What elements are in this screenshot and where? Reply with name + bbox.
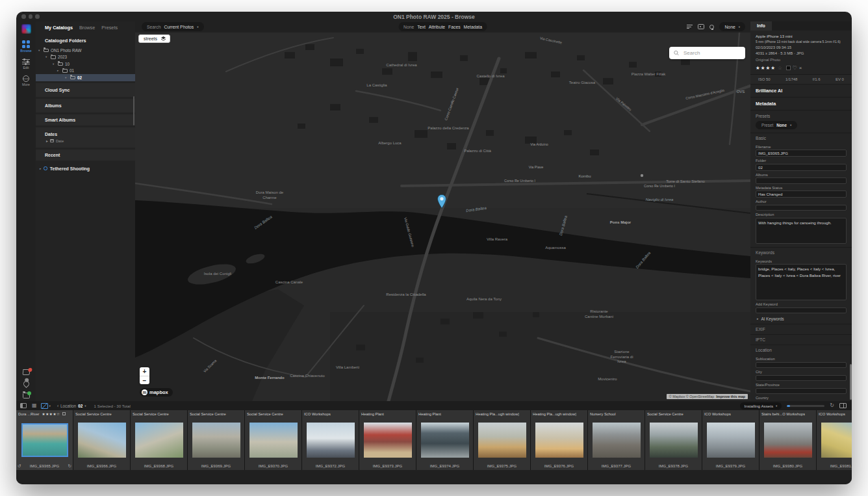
filmstrip-photo[interactable]: Social Service Centre IMG_E9368.JPG [131,410,187,470]
filmstrip-photo[interactable]: Heating Plant IMG_E9374.JPG [416,410,473,470]
ai-keywords-toggle[interactable]: ▸ AI Keywords [750,313,852,324]
city-field[interactable] [756,375,847,382]
filter-tab[interactable]: Metadata [464,25,482,29]
filmstrip-photo[interactable]: Heating Plant IMG_E9373.JPG [359,410,416,470]
folder-tree-item[interactable]: ▾ ON1 Photo RAW [36,47,135,54]
sublocation-field[interactable] [756,362,847,369]
filmstrip-photo[interactable]: Heating Pla...ugh window) IMG_E9376.JPG [531,410,587,470]
sort-order-dropdown[interactable]: None ▾ [719,22,745,31]
grid-view-icon[interactable]: ▦ [32,402,37,409]
mapbox-logo[interactable]: m mapbox [140,388,173,397]
filter-tab[interactable]: Faces [448,25,461,29]
filter-tab[interactable]: Text [417,25,425,29]
photo-view-icon[interactable] [698,24,704,29]
filmstrip-photo[interactable]: ICO Workshops IMG_E9379.JPG [702,410,759,470]
chevron-down-icon[interactable]: ▾ [49,404,51,408]
thumb-checkbox[interactable] [62,412,66,415]
folder-tree-item[interactable]: ▸ 01 [36,68,135,75]
filmstrip-photo[interactable]: Social Service Centre IMG_E9370.JPG [245,410,301,470]
filmstrip-photo[interactable]: Social Service Centre IMG_E9366.JPG [73,410,130,470]
color-label-swatch[interactable] [786,66,791,70]
improve-map-link[interactable]: Improve this map [716,395,745,398]
iptc-section-label[interactable]: IPTC [750,334,852,345]
location-pin-icon[interactable] [22,380,31,388]
filter-tab[interactable]: None [403,25,414,29]
folder-tree-item[interactable]: ▾ 10 [36,60,135,68]
section-metadata[interactable]: Metadata [750,98,852,111]
filter-tab[interactable]: Attribute [429,25,445,29]
location-value[interactable]: 02 [78,404,83,408]
filmstrip-photo[interactable]: Stairs behi...O Workshops IMG_E9380.JPG [760,410,816,470]
keywords-section-label[interactable]: Keywords [750,247,852,257]
sidebar-section-tethered-shooting[interactable]: ▸ Tethered Shooting [36,161,135,171]
search-scope-control[interactable]: Search Current Photos ▾ [142,22,204,31]
filename-field[interactable]: IMG_E9365.JPG [756,150,847,157]
module-more[interactable]: ••• More [16,75,36,86]
disclosure-chevron-icon[interactable]: ▸ [57,69,60,72]
disclosure-chevron-icon[interactable]: ▾ [45,55,49,59]
disclosure-chevron-icon[interactable]: ▸ [40,167,41,170]
folder-field[interactable]: 02 [756,164,847,171]
filmstrip-photo[interactable]: Nursery School IMG_E9377.JPG [588,410,645,470]
quick-slideshow-icon[interactable] [709,25,714,29]
photo-thumbnail[interactable] [78,423,126,458]
disclosure-chevron-icon[interactable]: ▸ [46,139,48,143]
photo-thumbnail[interactable] [535,423,583,458]
reject-x-icon[interactable]: × [799,66,802,70]
metadata-preset-dropdown[interactable]: Preset None ▾ [756,121,797,129]
folder-status-icon[interactable] [23,393,30,398]
photo-thumbnail[interactable] [650,423,698,458]
exif-section-label[interactable]: EXIF [750,324,852,334]
photo-thumbnail[interactable] [764,423,812,458]
filmstrip-photo[interactable]: ICO Workshops IMG_E9372.JPG [302,410,359,470]
sidebar-scrollbar[interactable] [133,96,134,125]
thumb-rating-stars[interactable]: ★★★★☆ [42,412,60,416]
photo-thumbnail[interactable] [249,423,298,458]
state-province-field[interactable] [756,388,847,395]
tab-presets[interactable]: Presets [101,25,118,31]
map-search-box[interactable] [669,47,745,59]
sidebar-section-cloud-sync[interactable]: Cloud Sync [36,83,135,97]
filmstrip-photo[interactable]: Heating Pla...ugh window) IMG_E9375.JPG [474,410,530,470]
map-style-dropdown[interactable]: streets [138,34,170,43]
dual-pane-icon[interactable] [839,403,847,408]
metadata-status-field[interactable]: Has Changed [756,190,847,198]
photo-thumbnail[interactable] [707,423,755,458]
add-keyword-input[interactable] [756,307,847,314]
disclosure-chevron-icon[interactable]: ▾ [53,62,56,66]
rating-star-empty[interactable]: ☆ [778,64,782,72]
panel-scrollbar[interactable] [850,364,852,400]
filmstrip-photo[interactable]: Social Service Centre IMG_E9369.JPG [188,410,244,470]
keywords-field[interactable]: bridge, Places < Italy, Places < Italy <… [756,264,847,300]
section-brilliance-ai[interactable]: Brilliance AI [750,85,852,98]
cataloged-folders-header[interactable]: Cataloged Folders [36,34,135,47]
sidebar-section-albums[interactable]: Albums [36,99,135,112]
photo-thumbnail[interactable] [421,423,469,458]
photo-thumbnail[interactable] [192,423,240,458]
rotate-ccw-icon[interactable]: ↺ [18,463,21,469]
map-view[interactable]: Cathedral di IvreaCastello di IvreaTeatr… [135,33,750,401]
module-edit[interactable]: Edit [16,59,36,70]
photo-thumbnail[interactable] [478,423,526,458]
tab-info[interactable]: Info [750,21,772,31]
sidebar-section-recent[interactable]: Recent [36,150,135,161]
location-section-label[interactable]: Location [750,345,852,355]
description-field[interactable]: With hanging things for canoeing through… [756,218,847,244]
map-search-input[interactable] [682,49,741,57]
chevron-down-icon[interactable]: ▾ [84,404,86,408]
rating-stars-filled[interactable]: ★★★★ [756,64,776,72]
zoom-in-button[interactable]: + [140,367,149,376]
photo-thumbnail[interactable] [21,423,68,457]
basic-section-label[interactable]: Basic [750,133,852,143]
installing-assets-dropdown[interactable]: Installing Assets ▾ [740,402,782,410]
sync-refresh-icon[interactable]: ↻ [830,402,834,409]
folder-tree-item[interactable]: ▾ 02 [36,74,135,81]
photo-location-pin[interactable] [436,193,448,211]
tab-my-catalogs[interactable]: My Catalogs [45,25,73,31]
disclosure-chevron-icon[interactable]: ▾ [65,76,68,79]
disclosure-chevron-icon[interactable]: ▾ [38,49,42,52]
filmstrip-photo[interactable]: Dora ...River ★★★★☆ IMG_E9365.JPG ↺ ↻ [16,410,73,470]
back-chevron[interactable]: ‹ [57,404,58,408]
photo-thumbnail[interactable] [364,423,412,458]
zoom-out-button[interactable]: − [140,376,149,384]
